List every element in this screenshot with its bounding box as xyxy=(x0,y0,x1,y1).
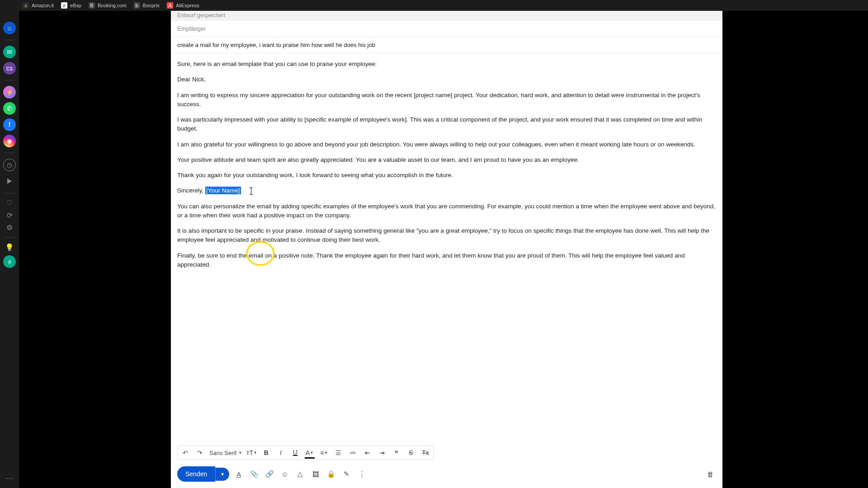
text-color-button[interactable]: A▼ xyxy=(305,448,315,458)
bookmark-label: AliExpress xyxy=(176,3,199,8)
send-button[interactable]: Senden xyxy=(177,466,215,482)
closing-pre: Sincerely, xyxy=(177,187,205,194)
draft-status: Entwurf gespeichert xyxy=(171,11,722,21)
body-tip1: You can also personalize the email by ad… xyxy=(177,202,716,221)
bookmark-label: Booking.com xyxy=(98,3,127,8)
text-cursor-icon xyxy=(251,188,251,195)
undo-button[interactable]: ↶ xyxy=(180,448,190,458)
bonprix-icon: b xyxy=(134,2,140,9)
app-icon-1[interactable]: ✉ xyxy=(3,46,16,58)
body-p5: Thank you again for your outstanding wor… xyxy=(177,171,716,180)
subject-field[interactable]: create a mail for my employee, i want to… xyxy=(171,37,722,53)
bookmark-aliexpress[interactable]: A AliExpress xyxy=(167,2,199,9)
format-toolbar: ↶ ↷ Sans Serif ▼ тT▼ B I U A▼ ≡▼ ☰ ≔ ⇤ ⇥… xyxy=(177,446,434,460)
app-icon-a[interactable]: a xyxy=(3,255,16,268)
body-tip2: It is also important to be specific in y… xyxy=(177,226,716,245)
underline-button[interactable]: U xyxy=(290,448,300,458)
bookmark-label: Bonprix xyxy=(143,3,160,8)
bookmark-label: eBay xyxy=(70,3,81,8)
body-p3: I am also grateful for your willingness … xyxy=(177,140,716,149)
indent-more-button[interactable]: ⇥ xyxy=(377,448,387,458)
body-p2: I was particularly impressed with your a… xyxy=(177,115,716,134)
italic-button[interactable]: I xyxy=(276,448,286,458)
clear-format-button[interactable]: Tx xyxy=(420,448,430,458)
clock-icon[interactable]: ◷ xyxy=(3,159,16,171)
booking-icon: B xyxy=(89,2,95,9)
more-icon[interactable]: ⋯ xyxy=(6,474,13,483)
body-tip3: Finally, be sure to end the email on a p… xyxy=(177,251,716,270)
home-icon[interactable]: ⌂ xyxy=(3,22,16,34)
gear-icon[interactable]: ⚙ xyxy=(6,223,13,232)
font-select[interactable]: Sans Serif ▼ xyxy=(209,450,242,456)
divider xyxy=(4,193,15,193)
email-body[interactable]: Sure, here is an email template that you… xyxy=(171,53,722,443)
body-closing: Sincerely, [Your Name] xyxy=(177,186,716,195)
bookmark-amazon[interactable]: a Amazon.it xyxy=(23,2,54,9)
body-intro: Sure, here is an email template that you… xyxy=(177,60,716,69)
amazon-icon: a xyxy=(23,2,29,9)
body-p4: Your positive attitude and team spirit a… xyxy=(177,155,716,164)
bookmark-booking[interactable]: B Booking.com xyxy=(89,2,127,9)
divider xyxy=(4,80,15,80)
ebay-icon: e xyxy=(61,2,67,9)
confidential-button[interactable]: 🔒 xyxy=(325,468,337,480)
drive-button[interactable]: △ xyxy=(294,468,306,480)
format-toggle-button[interactable]: A xyxy=(233,468,245,480)
compose-window: Entwurf gespeichert Empfänger create a m… xyxy=(171,11,722,488)
divider xyxy=(4,40,15,40)
bookmark-bar: a Amazon.it e eBay B Booking.com b Bonpr… xyxy=(19,0,868,11)
align-button[interactable]: ≡▼ xyxy=(319,448,329,458)
font-label: Sans Serif xyxy=(209,450,236,456)
play-icon[interactable] xyxy=(3,175,16,188)
aliexpress-icon: A xyxy=(167,2,173,9)
bullet-list-button[interactable]: ≔ xyxy=(348,448,358,458)
redo-button[interactable]: ↷ xyxy=(195,448,205,458)
facebook-icon[interactable]: f xyxy=(3,118,16,131)
font-size-button[interactable]: тT▼ xyxy=(247,448,257,458)
ordered-list-button[interactable]: ☰ xyxy=(334,448,344,458)
indent-less-button[interactable]: ⇤ xyxy=(363,448,373,458)
send-options-button[interactable]: ▼ xyxy=(215,468,229,481)
heart-icon[interactable]: ♡ xyxy=(6,199,13,207)
action-row: Senden ▼ A 📎 🔗 ☺ △ 🖼 🔒 ✎ ⋮ 🗑 xyxy=(171,463,722,488)
messenger-icon[interactable]: ⚡ xyxy=(3,86,16,99)
divider xyxy=(4,237,15,238)
discard-button[interactable]: 🗑 xyxy=(704,468,716,480)
attach-button[interactable]: 📎 xyxy=(248,468,260,480)
bold-button[interactable]: B xyxy=(261,448,271,458)
signature-button[interactable]: ✎ xyxy=(340,468,352,480)
instagram-icon[interactable]: ◉ xyxy=(3,135,16,147)
more-options-button[interactable]: ⋮ xyxy=(356,468,368,480)
divider xyxy=(4,153,15,153)
chevron-down-icon: ▼ xyxy=(253,450,257,455)
strikethrough-button[interactable]: S xyxy=(406,448,416,458)
image-button[interactable]: 🖼 xyxy=(310,468,321,480)
bookmark-bonprix[interactable]: b Bonprix xyxy=(134,2,160,9)
bookmark-ebay[interactable]: e eBay xyxy=(61,2,81,9)
emoji-button[interactable]: ☺ xyxy=(279,468,291,480)
whatsapp-icon[interactable]: ✆ xyxy=(3,102,16,115)
selected-placeholder[interactable]: [Your Name] xyxy=(205,187,241,194)
bookmark-label: Amazon.it xyxy=(32,3,54,8)
send-button-group: Senden ▼ xyxy=(177,466,229,482)
chevron-down-icon: ▼ xyxy=(324,450,328,455)
app-icon-2[interactable]: cs xyxy=(3,62,16,75)
recipient-field[interactable]: Empfänger xyxy=(171,21,722,37)
bulb-icon[interactable]: 💡 xyxy=(5,243,14,252)
body-greeting: Dear Nick, xyxy=(177,75,716,84)
body-p1: I am writing to express my sincere appre… xyxy=(177,91,716,109)
chevron-down-icon: ▼ xyxy=(310,450,314,455)
quote-button[interactable]: ❝ xyxy=(392,448,401,458)
refresh-icon[interactable]: ⟳ xyxy=(7,211,13,220)
chevron-down-icon: ▼ xyxy=(238,450,242,455)
left-sidebar: ⌂ ✉ cs ⚡ ✆ f ◉ ◷ ♡ ⟳ ⚙ 💡 a ⋯ xyxy=(0,0,19,488)
link-button[interactable]: 🔗 xyxy=(264,468,275,480)
